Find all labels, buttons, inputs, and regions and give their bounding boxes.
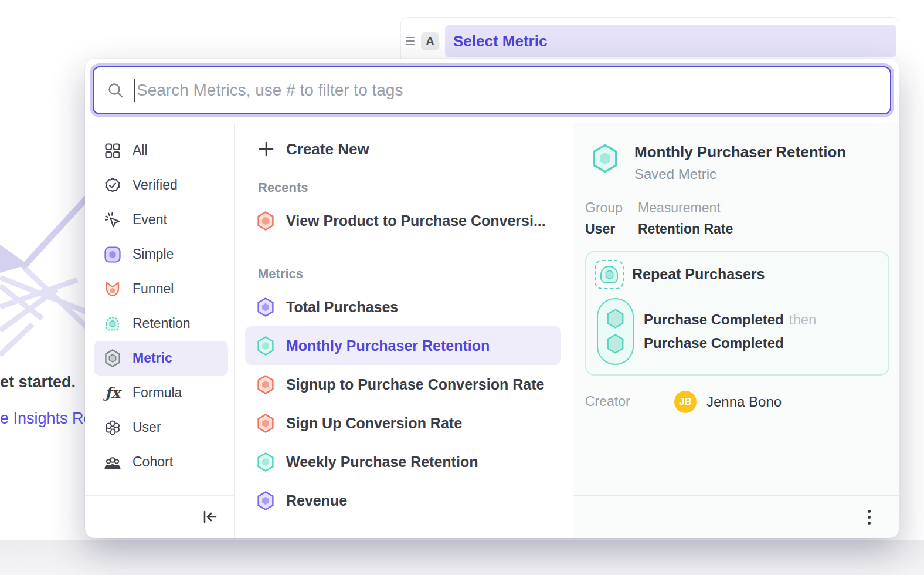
detail-footer [573, 495, 899, 538]
metric-hexagon-orange-icon [257, 413, 276, 433]
step2-event: Purchase Completed [644, 335, 784, 351]
sidebar-item-label: Cohort [133, 454, 173, 470]
recent-item-label: View Product to Purchase Conversi... [286, 212, 546, 229]
sidebar-item-label: Event [133, 212, 167, 228]
metric-hexagon-teal-icon [257, 452, 276, 472]
search-section [85, 59, 899, 123]
definition-title: Repeat Purchasers [632, 266, 765, 283]
metric-picker-modal: All Verified [85, 59, 899, 538]
creator-row: Creator JB Jenna Bono [585, 391, 891, 413]
search-box[interactable] [93, 66, 891, 114]
drag-handle-icon[interactable] [406, 37, 416, 45]
cohort-people-icon [104, 454, 121, 471]
creator-label: Creator [585, 394, 674, 410]
metric-hexagon-teal-icon [591, 144, 619, 173]
category-sidebar: All Verified [85, 123, 235, 538]
collapse-sidebar-icon[interactable] [202, 509, 218, 525]
funnel-icon [104, 280, 121, 298]
sidebar-item-all[interactable]: All [94, 133, 228, 168]
step-connector: then [789, 312, 817, 327]
creator-avatar: JB [674, 391, 697, 413]
background-bottom-strip [0, 540, 924, 575]
grid-icon [104, 142, 121, 160]
sidebar-item-label: Verified [133, 177, 178, 193]
measurement-label: Measurement [638, 200, 733, 216]
metric-item-total-purchases[interactable]: Total Purchases [245, 288, 561, 326]
sidebar-footer [85, 495, 234, 538]
metric-item-label: Sign Up Conversion Rate [286, 415, 462, 432]
creator-name: Jenna Bono [706, 394, 782, 410]
formula-fx-icon: ƒx [104, 384, 121, 402]
metric-item-label: Weekly Purchase Retention [286, 454, 478, 471]
metric-hexagon-purple-icon [257, 297, 276, 317]
group-label: Group [585, 200, 638, 216]
metric-item-monthly-purchaser-retention[interactable]: Monthly Purchaser Retention [245, 326, 561, 365]
sidebar-item-retention[interactable]: Retention [94, 306, 228, 341]
detail-title: Monthly Purchaser Retention [634, 143, 846, 162]
select-metric-button[interactable]: Select Metric [445, 25, 896, 58]
metric-item-label: Monthly Purchaser Retention [286, 337, 490, 354]
sidebar-item-label: Retention [133, 316, 190, 332]
event-hexagon-icon [606, 334, 624, 354]
sidebar-item-label: Formula [133, 385, 182, 401]
cursor-click-icon [104, 211, 121, 229]
step1-event: Purchase Completed [644, 312, 784, 327]
query-builder-row: A Select Metric [401, 18, 899, 65]
sidebar-item-verified[interactable]: Verified [94, 168, 228, 202]
search-input[interactable] [135, 81, 884, 100]
create-new-label: Create New [286, 140, 369, 158]
sidebar-item-event[interactable]: Event [94, 202, 228, 237]
detail-subtitle: Saved Metric [634, 166, 846, 182]
sidebar-item-cohort[interactable]: Cohort [94, 445, 228, 479]
more-options-icon[interactable] [864, 506, 874, 528]
sidebar-item-label: User [133, 420, 161, 435]
metric-item-signup-conversion[interactable]: Sign Up Conversion Rate [245, 404, 561, 442]
sidebar-item-funnel[interactable]: Funnel [94, 272, 228, 306]
metric-item-revenue[interactable]: Revenue [245, 481, 561, 520]
sidebar-item-label: Simple [133, 246, 174, 262]
simple-metric-icon [104, 246, 121, 263]
metric-item-label: Revenue [286, 492, 347, 509]
metric-hexagon-orange-icon [257, 374, 276, 394]
metric-definition-card: Repeat Purchasers [585, 251, 889, 376]
sidebar-item-label: All [133, 143, 148, 158]
metric-hexagon-purple-icon [257, 491, 276, 510]
list-divider [245, 252, 561, 252]
sidebar-item-formula[interactable]: ƒx Formula [94, 376, 228, 410]
metric-hexagon-icon [104, 350, 121, 367]
event-hexagon-icon [606, 309, 624, 329]
metric-item-signup-to-purchase[interactable]: Signup to Purchase Conversion Rate [245, 365, 561, 404]
event-sequence-capsule [597, 298, 634, 365]
sidebar-item-label: Metric [133, 350, 172, 366]
recents-header: Recents [258, 180, 561, 195]
sidebar-item-metric[interactable]: Metric [94, 341, 228, 376]
row-letter-badge: A [421, 32, 439, 50]
metric-item-label: Signup to Purchase Conversion Rate [286, 376, 544, 393]
metric-item-label: Total Purchases [286, 299, 398, 316]
sidebar-item-simple[interactable]: Simple [94, 237, 228, 272]
metric-hexagon-teal-icon [257, 336, 276, 356]
detail-meta: Group User Measurement Retention Rate [584, 200, 891, 237]
retention-icon [104, 315, 121, 333]
sidebar-item-label: Funnel [133, 281, 174, 297]
sidebar-item-user[interactable]: User [94, 410, 228, 445]
metric-list-panel: Create New Recents View Product to Purch… [235, 123, 573, 538]
background-headline-fragment: et started. [0, 373, 76, 391]
user-cluster-icon [104, 419, 121, 437]
metrics-header: Metrics [258, 266, 561, 282]
plus-icon [258, 141, 274, 157]
metric-item-weekly-purchase-retention[interactable]: Weekly Purchase Retention [245, 442, 561, 481]
metric-detail-panel: Monthly Purchaser Retention Saved Metric… [573, 123, 899, 538]
metric-hexagon-orange-icon [257, 211, 276, 231]
background-insights-link-fragment[interactable]: e Insights Re [0, 410, 93, 428]
retention-definition-icon [595, 260, 624, 289]
create-new-button[interactable]: Create New [245, 132, 561, 166]
group-value: User [585, 221, 638, 237]
recent-item[interactable]: View Product to Purchase Conversi... [245, 201, 561, 240]
search-icon [107, 82, 124, 99]
verified-badge-icon [104, 177, 121, 194]
measurement-value: Retention Rate [638, 221, 733, 237]
